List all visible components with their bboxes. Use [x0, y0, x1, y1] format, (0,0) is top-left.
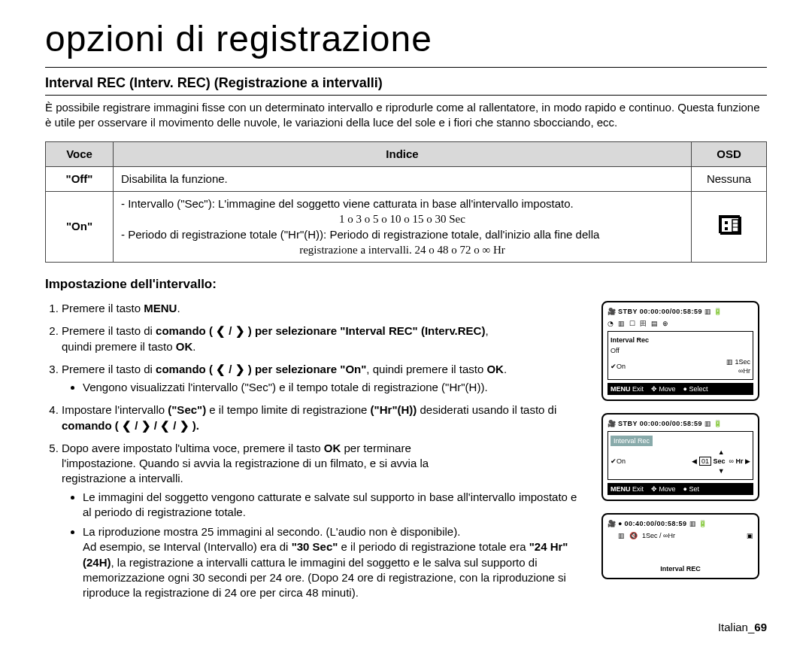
- th-indice: Indice: [114, 141, 692, 166]
- menu-label: MENU: [611, 485, 631, 493]
- step5-bullet1: Le immagini del soggetto vengono cattura…: [83, 490, 586, 521]
- th-osd: OSD: [692, 141, 767, 166]
- mute-icon: 🔇: [629, 531, 638, 540]
- exit-label: Exit: [632, 385, 644, 393]
- camera-icon: 🎥: [607, 307, 616, 316]
- step-3: Premere il tasto di comando ( ❮ / ❯ ) pe…: [62, 362, 586, 396]
- battery-icon: 🔋: [714, 307, 722, 316]
- text-bold: OK: [176, 340, 193, 353]
- step-5: Dopo avere impostato l'ultima voce, prem…: [62, 441, 586, 601]
- text-bold: comando: [62, 419, 112, 432]
- menu-box: Interval Rec Off ✔On ▥ 1Sec ∞Hr: [607, 331, 753, 380]
- cell-indice-on: - Intervallo ("Sec"): L'immagine del sog…: [114, 192, 692, 263]
- text: Premere il tasto di: [62, 363, 156, 375]
- set-label: Set: [689, 485, 700, 493]
- text-bold: OK: [324, 442, 341, 454]
- text: .: [504, 363, 507, 375]
- text: ( ❮ / ❯ ) per selezionare: [206, 363, 341, 375]
- move-label: Move: [659, 485, 676, 493]
- mode-icon: ▥: [618, 319, 625, 328]
- on-line2: - Periodo di registrazione totale ("Hr"(…: [121, 227, 683, 242]
- card-icon: ▥: [704, 307, 711, 316]
- step-2: Premere il tasto di comando ( ❮ / ❯ ) pe…: [62, 323, 586, 354]
- text: Premere il tasto: [62, 302, 144, 314]
- text: ( ❮ / ❯ ) per selezionare: [206, 324, 341, 337]
- check-icon: ✔: [611, 457, 617, 465]
- on-line2-cont: registrazione a intervalli. 24 ο 48 ο 72…: [121, 242, 683, 257]
- text: quindi premere il tasto: [62, 340, 176, 353]
- text: registrazione a intervalli.: [62, 472, 183, 484]
- cell-voce-on: "On": [46, 192, 114, 263]
- on-line1: - Intervallo ("Sec"): L'immagine del sog…: [121, 196, 683, 211]
- text-bold: "Interval REC" (Interv.REC): [340, 324, 485, 337]
- text-bold: "On": [340, 363, 366, 375]
- status-text: STBY 00:00:00/00:58:59: [618, 307, 702, 316]
- th-voce: Voce: [46, 141, 114, 166]
- text: , la registrazione a intervalli cattura …: [83, 556, 566, 600]
- options-table: Voce Indice OSD "Off" Disabilita la funz…: [45, 141, 767, 263]
- hr-value: ∞: [729, 457, 734, 465]
- text: l'impostazione. Quando si avvia la regis…: [62, 457, 429, 469]
- menu-box: Interval Rec ✔On ▲ ◀ 01 Sec ∞ Hr ▶ ▼: [607, 431, 753, 480]
- text-bold: ("Sec"): [168, 403, 206, 416]
- step-1: Premere il tasto MENU.: [62, 301, 586, 316]
- svg-rect-1: [725, 221, 728, 224]
- camera-icon: 🎥: [607, 419, 616, 428]
- hr-val: ∞Hr: [738, 367, 750, 375]
- menu-off: Off: [611, 346, 620, 355]
- status-text: 00:40:00/00:58:59: [624, 519, 686, 528]
- steps-list: Premere il tasto MENU. Premere il tasto …: [45, 301, 586, 600]
- svg-rect-2: [725, 227, 728, 230]
- lcd-preview-3: 🎥 ● 00:40:00/00:58:59 ▥ 🔋 ▥ 🔇 1Sec / ∞Hr…: [601, 513, 759, 579]
- section-heading: Interval REC (Interv. REC) (Registrazion…: [45, 74, 767, 96]
- bottom-bar: MENU Exit ✥ Move ● Select: [607, 383, 753, 395]
- menu-label: MENU: [611, 385, 631, 393]
- step3-bullet: Vengono visualizzati l'intervallo ("Sec"…: [83, 380, 586, 395]
- on-line1-vals: 1 ο 3 ο 5 ο 10 ο 15 ο 30 Sec: [121, 211, 683, 226]
- cell-osd-off: Nessuna: [692, 166, 767, 191]
- text: per terminare: [341, 442, 411, 454]
- sec-icon: ▥: [726, 358, 733, 366]
- text: ,: [485, 324, 488, 337]
- page-title: opzioni di registrazione: [45, 15, 767, 68]
- menu-title: Interval Rec: [611, 436, 653, 446]
- text-bold: OK: [486, 363, 504, 375]
- text-bold: comando: [156, 324, 206, 337]
- mode-icon: ◔: [607, 319, 614, 328]
- sec-val: 1Sec: [735, 358, 750, 366]
- instructions-heading: Impostazione dell'intervallo:: [45, 276, 767, 293]
- text: desiderati usando il tasto di: [417, 403, 556, 416]
- card-icon: ▥: [689, 519, 696, 528]
- text: .: [177, 302, 180, 314]
- af-icon: ▣: [747, 531, 753, 540]
- battery-icon: 🔋: [714, 419, 722, 428]
- mode-icon: ☐: [629, 319, 635, 328]
- status-text: STBY 00:00:00/00:58:59: [618, 419, 702, 428]
- text: e il tempo limite di registrazione: [206, 403, 370, 416]
- text: , quindi premere il tasto: [366, 363, 486, 375]
- lcd-preview-2: 🎥 STBY 00:00:00/00:58:59 ▥ 🔋 Interval Re…: [601, 413, 759, 501]
- select-label: Select: [689, 385, 708, 393]
- rec-icon: ●: [618, 519, 622, 528]
- battery-icon: 🔋: [698, 519, 707, 528]
- text-bold: ("Hr"(H)): [371, 403, 417, 416]
- step-4: Impostare l'intervallo ("Sec") e il temp…: [62, 402, 586, 433]
- interval-rec-icon: [719, 215, 740, 233]
- text: La riproduzione mostra 25 immagini al se…: [83, 525, 460, 538]
- menu-on: On: [617, 457, 626, 465]
- cell-indice-off: Disabilita la funzione.: [114, 166, 692, 191]
- bottom-bar: MENU Exit ✥ Move ● Set: [607, 483, 753, 495]
- text: Premere il tasto di: [62, 324, 156, 337]
- step5-bullet2: La riproduzione mostra 25 immagini al se…: [83, 524, 586, 600]
- text: Impostare l'intervallo: [62, 403, 168, 416]
- intro-paragraph: È possibile registrare immagini fisse co…: [45, 100, 767, 131]
- text: e il periodo di registrazione totale era: [338, 540, 529, 553]
- mode-icon: 田: [640, 319, 647, 328]
- text-bold: MENU: [144, 302, 177, 314]
- table-header-row: Voce Indice OSD: [46, 141, 767, 166]
- mode-icon: ▤: [651, 319, 658, 328]
- text: Ad esempio, se Interval (Intervallo) era…: [83, 540, 292, 553]
- interval-rec-label: Interval REC: [607, 564, 753, 573]
- text: ( ❮ / ❯ / ❮ / ❯ ).: [112, 419, 199, 432]
- cell-voce-off: "Off": [46, 166, 114, 191]
